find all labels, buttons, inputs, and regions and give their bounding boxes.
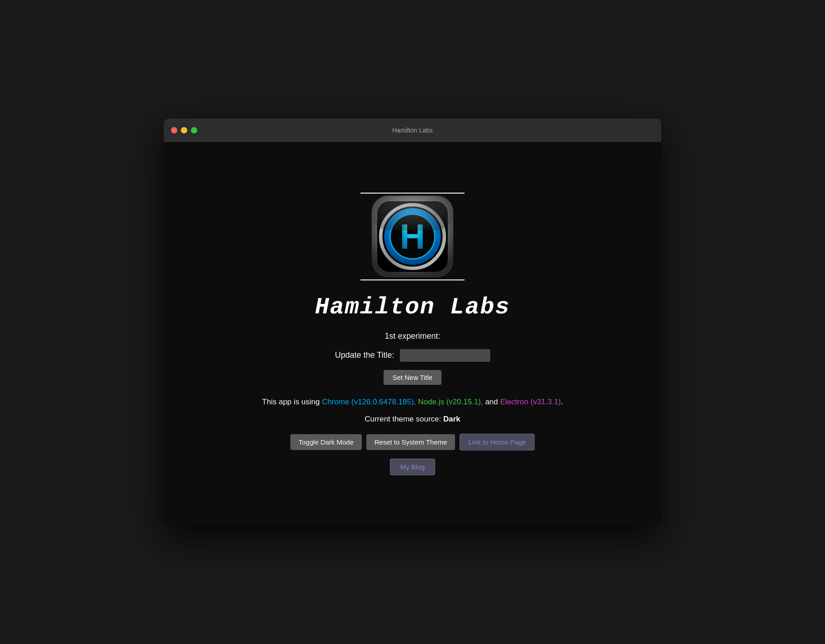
versions-text: This app is using Chrome (v126.0.6478.18…	[262, 398, 563, 407]
chrome-version: Chrome (v126.0.6478.185),	[322, 398, 416, 406]
versions-and: and	[483, 398, 500, 406]
my-blog-button[interactable]: My Blog	[390, 459, 435, 475]
traffic-lights	[171, 127, 197, 133]
toggle-dark-mode-button[interactable]: Toggle Dark Mode	[290, 434, 362, 450]
logo-wrapper: H	[360, 194, 465, 279]
minimize-button[interactable]	[181, 127, 187, 133]
app-title: Hamilton Labs	[315, 294, 510, 321]
maximize-button[interactable]	[191, 127, 197, 133]
window-title: Hamilton Labs	[392, 127, 433, 134]
app-logo-icon: H	[370, 194, 455, 279]
electron-version: Electron (v31.3.1)	[500, 398, 561, 406]
link-home-page-button[interactable]: Link to Home Page	[460, 434, 535, 450]
close-button[interactable]	[171, 127, 177, 133]
theme-label: Current theme source:	[365, 415, 443, 423]
main-content: H Hamilton Labs 1st experiment: Update t…	[164, 142, 661, 526]
update-title-row: Update the Title:	[335, 349, 490, 362]
theme-value: Dark	[443, 415, 460, 423]
app-window: Hamilton Labs	[164, 118, 661, 526]
action-buttons-row: Toggle Dark Mode Reset to System Theme L…	[290, 434, 535, 450]
versions-suffix: .	[561, 398, 563, 406]
reset-system-theme-button[interactable]: Reset to System Theme	[366, 434, 455, 450]
nodejs-version: Node.js (v20.15.1),	[418, 398, 483, 406]
logo-line-bottom	[360, 279, 465, 280]
versions-prefix: This app is using	[262, 398, 322, 406]
titlebar: Hamilton Labs	[164, 118, 661, 142]
svg-rect-7	[372, 195, 454, 230]
update-title-label: Update the Title:	[335, 350, 394, 360]
experiment-label: 1st experiment:	[384, 331, 440, 341]
theme-source: Current theme source: Dark	[365, 415, 460, 424]
logo-container: H	[360, 193, 465, 280]
title-input[interactable]	[400, 349, 490, 362]
set-title-button[interactable]: Set New Title	[384, 370, 441, 385]
